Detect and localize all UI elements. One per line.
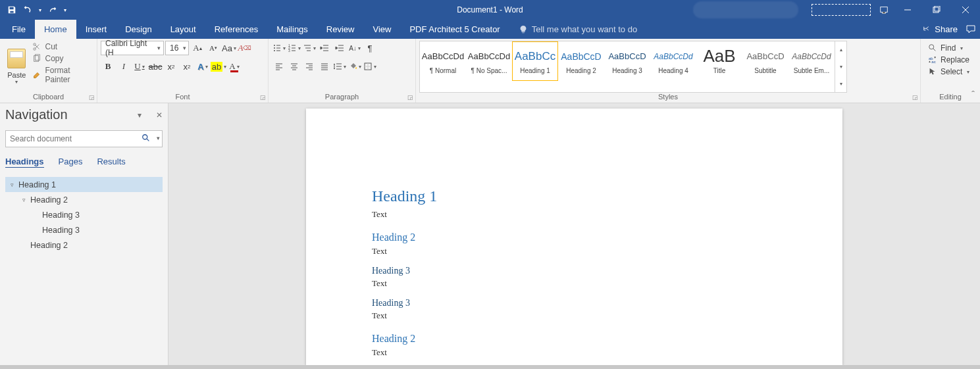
bullets-button[interactable] — [272, 41, 286, 55]
numbering-button[interactable]: 123 — [287, 41, 301, 55]
format-painter-button[interactable]: Format Painter — [32, 66, 92, 84]
line-spacing-button[interactable] — [332, 59, 347, 74]
collapse-ribbon-button[interactable]: ˆ — [971, 89, 975, 100]
sign-in-box[interactable] — [812, 4, 871, 16]
copy-button[interactable]: Copy — [32, 54, 92, 63]
justify-button[interactable] — [317, 59, 332, 74]
sort-button[interactable]: A↓ — [348, 41, 362, 55]
tab-insert[interactable]: Insert — [76, 20, 116, 39]
clear-formatting-button[interactable]: A⌫ — [238, 41, 252, 55]
align-left-button[interactable] — [272, 59, 286, 74]
borders-button[interactable] — [363, 59, 377, 74]
find-button[interactable]: Find▾ — [928, 43, 969, 53]
nav-pane-close-icon[interactable]: ✕ — [156, 111, 163, 120]
search-icon[interactable] — [142, 134, 151, 145]
style-item[interactable]: AaBbCcDd¶ No Spac... — [466, 41, 512, 81]
multilevel-list-button[interactable] — [302, 41, 317, 55]
doc-body[interactable]: Text — [372, 246, 777, 257]
paste-dropdown-icon[interactable]: ▾ — [15, 79, 18, 85]
doc-h3[interactable]: Heading 3 — [372, 298, 777, 308]
doc-body[interactable]: Text — [372, 347, 777, 358]
nav-pane-options-icon[interactable]: ▾ — [138, 111, 142, 120]
share-button[interactable]: Share — [923, 24, 958, 34]
cut-button[interactable]: Cut — [32, 42, 92, 51]
subscript-button[interactable]: x2 — [164, 59, 178, 74]
find-dropdown-icon[interactable]: ▾ — [960, 45, 963, 51]
style-item[interactable]: AaBbCcDSubtitle — [742, 41, 788, 81]
show-hide-button[interactable]: ¶ — [363, 41, 377, 55]
minimize-button[interactable] — [893, 0, 922, 20]
maximize-button[interactable] — [922, 0, 951, 20]
shrink-font-button[interactable]: A▾ — [206, 41, 220, 55]
paste-button[interactable]: Paste ▾ — [3, 41, 30, 93]
bold-button[interactable]: B — [101, 59, 115, 74]
style-item[interactable]: AaBbCcDd¶ Normal — [420, 41, 466, 81]
horizontal-scrollbar[interactable] — [0, 365, 980, 369]
doc-h1[interactable]: Heading 1 — [372, 187, 777, 205]
strikethrough-button[interactable]: abc — [148, 59, 163, 74]
tab-review[interactable]: Review — [317, 20, 364, 39]
font-dialog-launcher[interactable]: ◲ — [260, 94, 266, 101]
nav-tab-headings[interactable]: Headings — [5, 157, 44, 168]
undo-dropdown-icon[interactable]: ▾ — [37, 3, 43, 16]
align-right-button[interactable] — [302, 59, 317, 74]
style-item[interactable]: AaBbCcHeading 1 — [512, 41, 558, 81]
doc-h2[interactable]: Heading 2 — [372, 333, 777, 345]
tab-pdf-architect[interactable]: PDF Architect 5 Creator — [400, 20, 509, 39]
text-effects-button[interactable]: A — [195, 59, 210, 74]
style-item[interactable]: AaBTitle — [696, 41, 742, 81]
undo-icon[interactable] — [21, 3, 34, 16]
replace-button[interactable]: abacReplace — [928, 55, 969, 64]
qat-customize-icon[interactable]: ▾ — [62, 3, 68, 16]
style-item[interactable]: AaBbCcDdHeading 4 — [650, 41, 696, 81]
style-item[interactable]: AaBbCcDdSubtle Em... — [788, 41, 835, 81]
styles-dialog-launcher[interactable]: ◲ — [912, 94, 918, 101]
styles-expand-button[interactable]: ▴▾▾ — [835, 41, 846, 92]
highlight-button[interactable]: ab — [211, 59, 226, 74]
italic-button[interactable]: I — [116, 59, 131, 74]
change-case-button[interactable]: Aa — [222, 41, 236, 55]
scrollbar-thumb[interactable] — [0, 365, 980, 369]
superscript-button[interactable]: x2 — [180, 59, 194, 74]
tab-layout[interactable]: Layout — [161, 20, 205, 39]
paragraph-dialog-launcher[interactable]: ◲ — [407, 94, 413, 101]
doc-h2[interactable]: Heading 2 — [372, 232, 777, 243]
nav-tree-item[interactable]: Heading 2 — [5, 237, 163, 253]
tab-references[interactable]: References — [205, 20, 267, 39]
comments-icon[interactable] — [966, 24, 976, 35]
tab-view[interactable]: View — [363, 20, 400, 39]
font-name-selector[interactable]: Calibri Light (H — [101, 41, 164, 55]
decrease-indent-button[interactable] — [317, 41, 332, 55]
document-page[interactable]: Heading 1TextHeading 2TextHeading 3TextH… — [306, 109, 842, 365]
save-icon[interactable] — [5, 3, 18, 16]
doc-body[interactable]: Text — [372, 278, 777, 289]
search-input[interactable] — [5, 130, 163, 147]
clipboard-dialog-launcher[interactable]: ◲ — [89, 94, 95, 101]
expander-icon[interactable]: ▿ — [8, 182, 16, 188]
nav-tree-item[interactable]: Heading 3 — [5, 207, 163, 222]
tab-home[interactable]: Home — [35, 20, 76, 39]
font-size-selector[interactable]: 16 — [165, 41, 189, 55]
tab-mailings[interactable]: Mailings — [267, 20, 317, 39]
tab-file[interactable]: File — [3, 20, 35, 39]
select-button[interactable]: Select▾ — [928, 67, 969, 76]
ribbon-display-options-icon[interactable] — [877, 3, 890, 16]
close-button[interactable] — [951, 0, 980, 20]
increase-indent-button[interactable] — [332, 41, 347, 55]
doc-body[interactable]: Text — [372, 310, 777, 321]
select-dropdown-icon[interactable]: ▾ — [967, 69, 969, 75]
redo-icon[interactable] — [46, 3, 59, 16]
font-color-button[interactable]: A — [227, 59, 242, 74]
shading-button[interactable] — [348, 59, 362, 74]
style-item[interactable]: AaBbCcDHeading 2 — [558, 41, 604, 81]
underline-button[interactable]: U — [132, 59, 147, 74]
doc-body[interactable]: Text — [372, 209, 777, 220]
nav-tree-item[interactable]: ▿Heading 2 — [5, 192, 163, 207]
tab-design[interactable]: Design — [116, 20, 161, 39]
nav-tab-results[interactable]: Results — [97, 157, 125, 168]
expander-icon[interactable]: ▿ — [20, 197, 28, 203]
grow-font-button[interactable]: A▴ — [190, 41, 205, 55]
nav-tab-pages[interactable]: Pages — [59, 157, 83, 168]
search-dropdown-icon[interactable]: ▾ — [157, 135, 160, 141]
align-center-button[interactable] — [287, 59, 301, 74]
